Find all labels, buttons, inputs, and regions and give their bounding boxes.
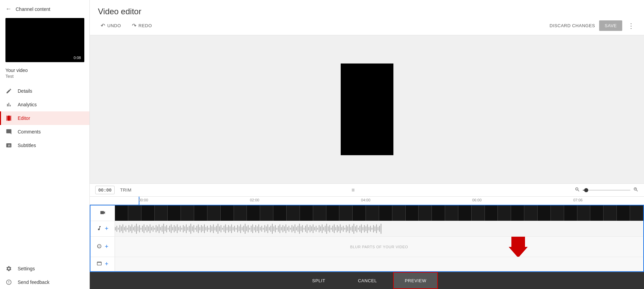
svg-rect-131 [313, 224, 313, 233]
subtitle-add-button[interactable]: + [105, 260, 108, 268]
sidebar-item-settings[interactable]: Settings [0, 262, 89, 275]
svg-rect-117 [291, 225, 292, 232]
video-track-content [115, 205, 643, 221]
svg-rect-8 [127, 228, 128, 230]
audio-track-bg [115, 221, 643, 236]
timeline-controls-bar: 00:00 TRIM ≡ [90, 183, 644, 197]
sidebar-item-subtitles[interactable]: Subtitles [0, 139, 89, 152]
svg-rect-1 [116, 226, 117, 232]
video-thumbnail[interactable]: 0:08 [5, 18, 84, 62]
svg-rect-28 [157, 227, 158, 231]
svg-rect-13 [135, 226, 135, 232]
sidebar-item-analytics[interactable]: Analytics [0, 98, 89, 111]
more-options-button[interactable]: ⋮ [626, 21, 636, 31]
sidebar-item-comments[interactable]: Comments [0, 125, 89, 139]
subtitles-icon [5, 142, 12, 149]
undo-button[interactable]: ↶ UNDO [98, 21, 124, 30]
zoom-slider[interactable] [583, 190, 630, 191]
svg-rect-87 [246, 227, 247, 231]
zoom-out-icon[interactable] [575, 187, 580, 193]
ruler-mark-4: 07:06 [573, 198, 583, 202]
svg-rect-43 [180, 226, 181, 232]
svg-rect-18 [142, 226, 143, 232]
split-button[interactable]: SPLIT [296, 272, 342, 289]
svg-rect-58 [203, 227, 203, 231]
blur-track-controls: + [90, 237, 115, 257]
svg-rect-24 [151, 227, 152, 231]
video-track-bg [115, 205, 643, 221]
svg-rect-94 [257, 227, 257, 231]
blur-track-bg: BLUR PARTS OF YOUR VIDEO [115, 237, 643, 257]
svg-rect-167 [367, 224, 368, 233]
svg-rect-119 [294, 224, 295, 233]
svg-rect-100 [266, 227, 267, 231]
svg-rect-137 [322, 224, 322, 233]
svg-rect-108 [278, 226, 279, 232]
blur-add-button[interactable]: + [105, 243, 108, 250]
svg-rect-10 [130, 227, 131, 231]
svg-rect-105 [273, 227, 274, 231]
svg-rect-15 [138, 227, 138, 231]
svg-rect-3 [119, 225, 120, 232]
sidebar-item-send-feedback[interactable]: Send feedback [0, 275, 89, 289]
svg-rect-118 [293, 227, 294, 231]
ruler-mark-3: 06:00 [472, 198, 482, 202]
red-arrow-container [509, 237, 528, 257]
svg-rect-76 [230, 227, 230, 231]
svg-rect-103 [270, 226, 271, 232]
zoom-thumb[interactable] [584, 188, 588, 192]
pencil-icon [5, 88, 12, 94]
svg-rect-170 [372, 228, 372, 230]
zoom-track [583, 190, 630, 191]
exclamation-icon [5, 279, 12, 286]
ruler-mark-2: 04:00 [361, 198, 371, 202]
svg-rect-25 [153, 226, 153, 232]
music-note-icon [97, 225, 102, 232]
svg-rect-2 [118, 228, 119, 230]
svg-rect-146 [335, 227, 336, 231]
svg-rect-16 [139, 225, 140, 232]
svg-rect-68 [218, 224, 218, 234]
svg-rect-52 [193, 225, 194, 232]
svg-rect-102 [269, 227, 270, 231]
svg-rect-23 [150, 224, 150, 233]
svg-rect-29 [159, 224, 159, 233]
svg-rect-60 [205, 227, 206, 231]
cancel-button[interactable]: CANCEL [342, 272, 393, 289]
main-content: Video editor ↶ UNDO ↷ REDO DISCARD CHANG… [90, 0, 644, 289]
blur-text: BLUR PARTS OF YOUR VIDEO [120, 245, 638, 249]
redo-button[interactable]: ↷ REDO [129, 21, 155, 30]
zoom-in-icon[interactable] [633, 187, 639, 193]
trim-button[interactable]: TRIM [120, 187, 132, 193]
svg-rect-136 [320, 227, 321, 231]
waveform-svg [115, 222, 643, 235]
discard-changes-button[interactable]: DISCARD CHANGES [549, 23, 595, 28]
svg-rect-129 [310, 225, 310, 232]
svg-rect-89 [249, 228, 250, 230]
svg-rect-39 [174, 225, 174, 232]
svg-rect-59 [204, 224, 205, 233]
svg-rect-109 [279, 224, 280, 233]
preview-button[interactable]: PREVIEW [393, 272, 438, 289]
svg-rect-91 [252, 224, 253, 233]
svg-rect-144 [332, 226, 333, 232]
svg-rect-7 [125, 226, 126, 232]
audio-add-button[interactable]: + [105, 225, 108, 232]
svg-rect-141 [328, 227, 328, 231]
sidebar-item-editor[interactable]: Editor [0, 111, 89, 125]
svg-rect-77 [231, 224, 232, 233]
save-button[interactable]: SAVE [599, 20, 622, 31]
svg-rect-121 [298, 226, 298, 232]
svg-rect-158 [354, 224, 354, 234]
svg-rect-48 [187, 227, 188, 231]
svg-rect-99 [265, 225, 265, 232]
sidebar-item-details[interactable]: Details [0, 84, 89, 98]
sidebar-back-button[interactable]: ← Channel content [0, 0, 89, 15]
svg-rect-138 [323, 227, 324, 231]
svg-rect-86 [245, 224, 245, 234]
ruler-mark-1: 02:00 [250, 198, 259, 202]
svg-rect-171 [373, 225, 374, 232]
svg-rect-139 [325, 226, 325, 232]
svg-rect-147 [337, 225, 338, 232]
svg-rect-165 [364, 225, 365, 232]
